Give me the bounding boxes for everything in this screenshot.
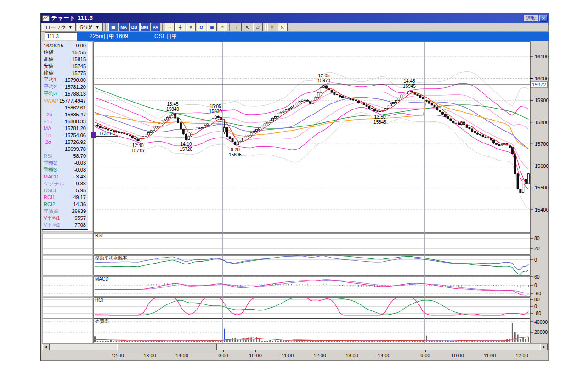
svg-text:15830: 15830 <box>209 109 222 114</box>
time-axis-label: 10:00 <box>447 353 468 358</box>
settings-gears-icon[interactable]: ✱ <box>267 23 277 31</box>
pa-indicator-button[interactable]: PA <box>151 23 160 31</box>
values-row-label: V平均1 <box>44 215 60 222</box>
values-row: RSI58.70 <box>42 153 88 160</box>
values-row: +1σ15808.33 <box>42 118 88 125</box>
values-row-label: -2σ <box>44 139 51 145</box>
time-axis-label: 10:00 <box>245 353 266 358</box>
toolbar-separator <box>229 23 230 31</box>
bb-indicator-button[interactable]: BB <box>130 23 139 31</box>
values-row-label: -3σ <box>44 146 51 152</box>
values-row-value: 15790.00 <box>65 77 86 83</box>
draw-line-icon[interactable]: / <box>232 23 242 31</box>
svg-text:60: 60 <box>534 274 540 280</box>
svg-text:-80: -80 <box>534 310 541 316</box>
values-row-label: OSCI <box>44 188 56 193</box>
chart-settings-icon[interactable]: ▦ <box>108 23 118 31</box>
svg-text:0: 0 <box>534 257 537 263</box>
svg-text:15600: 15600 <box>535 163 549 169</box>
values-row: -3σ15699.78 <box>42 145 88 152</box>
values-row-label: RCI2 <box>44 201 55 207</box>
line-chart-icon[interactable]: ~ <box>165 23 175 31</box>
title-bar[interactable]: チャート 111.3 連動 × <box>41 13 549 23</box>
svg-text:-60: -60 <box>534 291 541 296</box>
values-row: V平均19557 <box>42 215 88 222</box>
values-row-value: -5.95 <box>74 188 86 193</box>
values-row: RCI1-49.17 <box>42 194 88 201</box>
svg-text:0: 0 <box>534 282 537 288</box>
close-icon[interactable]: × <box>539 15 548 22</box>
values-row-value: 15835.47 <box>65 112 86 117</box>
symbol-input[interactable] <box>45 32 77 40</box>
ma-indicator-button[interactable]: MA <box>119 23 129 31</box>
time-tick <box>288 350 288 352</box>
time-axis-label: 12:00 <box>107 353 128 358</box>
values-row: -2σ15726.92 <box>42 138 88 145</box>
chart-area[interactable]: 1610016000159001580015700156001550015400… <box>42 41 549 343</box>
scroll-right-icon[interactable]: ► <box>540 344 548 350</box>
values-row-label: +1σ <box>44 119 52 124</box>
time-tick <box>458 350 458 352</box>
time-axis-label: 13:00 <box>342 353 362 358</box>
values-row-value: 9.38 <box>76 181 86 186</box>
toolbar-separator <box>105 23 106 31</box>
svg-text:RSI: RSI <box>95 233 103 238</box>
values-row-label: 乖離3 <box>44 166 57 173</box>
chart-type-dropdown[interactable]: ローソク ▼ <box>42 23 76 31</box>
values-row-label: シグナル <box>44 180 64 187</box>
values-row-value: 9557 <box>75 215 86 221</box>
values-row: 乖離2-0.03 <box>42 160 88 166</box>
time-axis-label: 13:00 <box>140 353 160 358</box>
time-tick <box>320 350 320 352</box>
time-axis-label: 14:00 <box>374 353 394 358</box>
axis-chart-icon[interactable]: ┼ <box>175 23 185 31</box>
values-row-label: +2σ <box>44 112 52 117</box>
zoom-area-icon[interactable]: ▣ <box>207 23 217 31</box>
price-mark-icon[interactable]: ¥ <box>186 23 196 31</box>
svg-text:15900: 15900 <box>535 98 549 103</box>
values-row-value: 15862.61 <box>65 105 86 110</box>
values-row: 平均215781.20 <box>42 83 88 90</box>
svg-text:16100: 16100 <box>535 54 549 59</box>
time-axis-label: 12:00 <box>310 353 330 358</box>
svg-text:80: 80 <box>534 235 540 241</box>
cursor-icon[interactable]: ↖ <box>243 23 252 31</box>
time-tick <box>352 350 352 352</box>
svg-text:9:20: 9:20 <box>231 147 240 152</box>
values-row-label: +3σ <box>44 105 52 110</box>
values-row-label: 平均1 <box>44 76 57 83</box>
svg-text:MACD: MACD <box>95 276 108 281</box>
values-row-label: -1σ <box>44 132 51 138</box>
values-row-value: 3.43 <box>76 174 86 179</box>
values-row: 終値15775 <box>42 69 88 76</box>
mre-indicator-button[interactable]: MRE <box>140 23 150 31</box>
values-row-value: 15781.20 <box>65 126 86 131</box>
scale-icon[interactable]: ≡ <box>218 23 227 31</box>
values-row-value: 14.36 <box>73 201 86 207</box>
link-mode-button[interactable]: 連動 <box>524 15 538 22</box>
values-row: +2σ15835.47 <box>42 111 88 118</box>
interval-dropdown[interactable]: 5分足 ▼ <box>77 23 103 31</box>
scroll-left-icon[interactable]: ◄ <box>42 344 50 350</box>
toolbar-icon-strip: ▦MABBMREPA~┼¥Q▣≡/↖▱✱◺ <box>108 23 288 31</box>
svg-text:17341.0: 17341.0 <box>99 131 116 136</box>
values-row-label: 始値 <box>44 49 54 56</box>
values-row-label: 安値 <box>44 63 54 69</box>
values-row: 乖離3-0.08 <box>42 166 88 173</box>
contract-bar: 225m日中 1609 OSE日中 <box>77 32 549 41</box>
values-row-value: 15755 <box>72 50 86 55</box>
horizontal-scrollbar[interactable]: ◄ ► <box>42 343 548 350</box>
scrollbar-thumb[interactable] <box>117 344 217 350</box>
values-row-label: RSI <box>44 153 52 159</box>
values-row-label: 平均3 <box>44 90 57 97</box>
svg-text:13:50: 13:50 <box>374 115 385 120</box>
toolbar-separator <box>265 23 266 31</box>
zoom-icon[interactable]: Q <box>197 23 206 31</box>
eraser-icon[interactable]: ▱ <box>253 23 263 31</box>
values-row-value: 15777.4947 <box>59 98 86 103</box>
time-axis-label: 9:00 <box>415 353 435 358</box>
ruler-icon[interactable]: ◺ <box>278 23 288 31</box>
svg-text:12:40: 12:40 <box>132 143 143 148</box>
values-row-label: 平均2 <box>44 83 57 90</box>
svg-text:15400: 15400 <box>535 207 549 212</box>
